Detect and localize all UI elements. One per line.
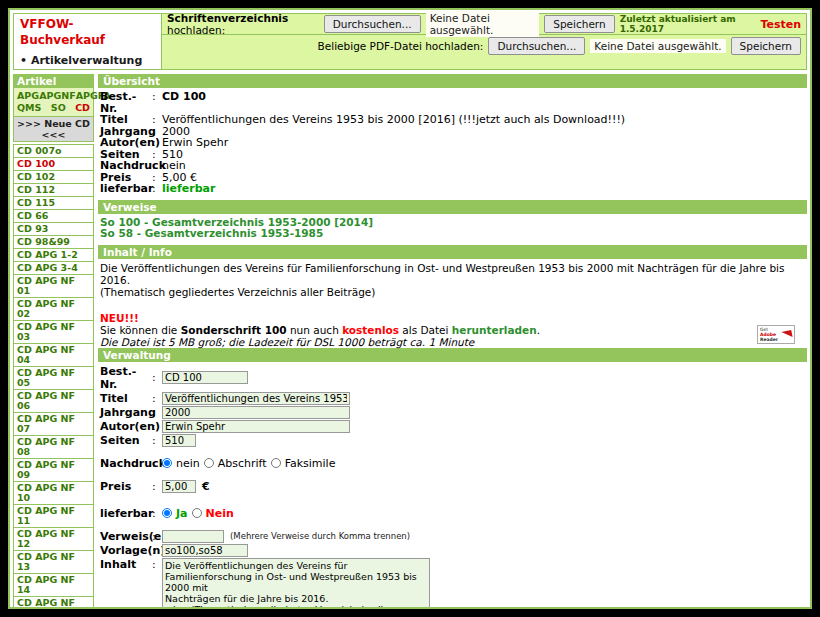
sidebar-item[interactable]: CD APG NF 08 [13, 435, 94, 459]
sidebar-item[interactable]: CD APG NF 01 [13, 274, 94, 298]
field-seiten: Seiten: [98, 434, 807, 447]
sidebar-item[interactable]: CD APG NF 15 [13, 596, 94, 609]
autoren-input[interactable] [162, 420, 350, 433]
overview-row: lieferbar:lieferbar [98, 183, 807, 195]
sidebar-item[interactable]: CD APG 3-4 [13, 261, 94, 275]
new-cd-button[interactable]: >>> Neue CD <<< [13, 117, 94, 142]
content-area: Artikel APGAPGNFAPGFA QMSSOCD >>> Neue C… [10, 74, 810, 609]
radio-ja[interactable] [162, 508, 172, 518]
file-status-text: Keine Datei ausgewählt. [426, 11, 540, 37]
sidebar-item[interactable]: CD 98&99 [13, 235, 94, 249]
seiten-input[interactable] [162, 434, 196, 447]
jahrgang-input[interactable] [162, 406, 350, 419]
browse-pdf-button[interactable]: Durchsuchen... [488, 37, 585, 55]
filter-apg[interactable]: APG [17, 90, 39, 102]
sidebar-item[interactable]: CD 007o [13, 144, 94, 158]
sidebar-item[interactable]: CD APG 1-2 [13, 248, 94, 262]
nachdruck-label: Nachdruck [100, 457, 152, 470]
autoren-label: Autor(en) [100, 420, 152, 433]
verweise-note: (Mehrere Verweise durch Komma trennen) [230, 531, 410, 541]
titel-input[interactable] [162, 392, 350, 405]
sidebar-item[interactable]: CD APG NF 04 [13, 343, 94, 367]
save-upload-button[interactable]: Speichern [544, 15, 614, 33]
overview-row: Titel:Veröffentlichungen des Vereins 195… [98, 114, 807, 126]
nav-artikelverwaltung[interactable]: • Artikelverwaltung [20, 54, 155, 67]
management-section: Verwaltung Best.-Nr.: Titel: Jahrgang: A… [98, 348, 807, 610]
seiten-label: Seiten [100, 434, 152, 447]
info-body: Die Veröffentlichungen des Vereins für F… [98, 262, 807, 348]
overview-row: Best.-Nr.:CD 100 [98, 91, 807, 114]
sidebar-item[interactable]: CD APG NF 07 [13, 412, 94, 436]
sidebar-item[interactable]: CD 115 [13, 196, 94, 210]
filter-qms[interactable]: QMS [17, 102, 41, 114]
sidebar-item[interactable]: CD 102 [13, 170, 94, 184]
bestnr-input[interactable] [162, 371, 248, 384]
sidebar-item[interactable]: CD APG NF 11 [13, 504, 94, 528]
verweise-input[interactable] [162, 530, 224, 543]
radio-abschrift[interactable] [204, 458, 214, 468]
test-link[interactable]: Testen [760, 18, 801, 31]
references-section: Verweise So 100 - Gesamtverzeichnis 1953… [98, 200, 807, 240]
top-bar: VFFOW-Buchverkauf • Artikelverwaltung Sc… [13, 13, 807, 70]
inhalt-label: Inhalt [100, 558, 152, 571]
vorlagen-input[interactable] [162, 544, 248, 557]
info-line-2: (Thematisch gegliedertes Verzeichnis all… [100, 286, 807, 298]
sidebar-item[interactable]: CD APG NF 14 [13, 573, 94, 597]
overview-section: Übersicht Best.-Nr.:CD 100Titel:Veröffen… [98, 74, 807, 195]
management-header: Verwaltung [98, 348, 807, 362]
app-header: VFFOW-Buchverkauf • Artikelverwaltung [14, 14, 162, 69]
file-size-note: Die Datei ist 5 MB groß; die Ladezeit fü… [100, 336, 807, 348]
sidebar-item[interactable]: CD 100 [13, 157, 94, 171]
get-adobe-reader-badge[interactable]: Get AdobeReader [757, 325, 795, 344]
neu-badge: NEU!!! [100, 312, 807, 324]
field-lieferbar: lieferbar: Ja Nein [98, 507, 807, 520]
info-section: Inhalt / Info Die Veröffentlichungen des… [98, 245, 807, 348]
field-jahrgang: Jahrgang: [98, 406, 807, 419]
browse-button[interactable]: Durchsuchen... [324, 15, 421, 33]
sidebar-item[interactable]: CD APG NF 09 [13, 458, 94, 482]
upload-pdf-label: Beliebige PDF-Datei hochladen: [318, 40, 484, 52]
category-filters: APGAPGNFAPGFA QMSSOCD [13, 88, 94, 117]
app-title: VFFOW-Buchverkauf [20, 16, 155, 48]
radio-ja-label: Ja [176, 507, 188, 520]
filter-cd[interactable]: CD [75, 102, 90, 114]
radio-nein[interactable] [162, 458, 172, 468]
upload-label: Schriftenverzeichnis hochladen: [167, 12, 319, 36]
field-titel: Titel: [98, 392, 807, 405]
download-link[interactable]: herunterladen [452, 324, 537, 336]
inhalt-textarea[interactable]: Die Veröffentlichungen des Vereins für F… [162, 558, 430, 610]
download-line: Sie können die Sonderschrift 100 nun auc… [100, 324, 807, 336]
last-updated-text: Zuletzt aktualisiert am 1.5.2017 [620, 14, 756, 34]
overview-row: Autor(en):Erwin Spehr [98, 137, 807, 149]
sidebar-item[interactable]: CD APG NF 02 [13, 297, 94, 321]
radio-faksimile[interactable] [271, 458, 281, 468]
sidebar-item[interactable]: CD 93 [13, 222, 94, 236]
overview-rows: Best.-Nr.:CD 100Titel:Veröffentlichungen… [98, 91, 807, 195]
reference-links: So 100 - Gesamtverzeichnis 1953-2000 [20… [98, 217, 807, 240]
filter-apgnf[interactable]: APGNF [39, 90, 76, 102]
sidebar-item[interactable]: CD APG NF 03 [13, 320, 94, 344]
upload-panel: Schriftenverzeichnis hochladen: Durchsuc… [162, 14, 806, 69]
save-pdf-button[interactable]: Speichern [731, 37, 801, 55]
radio-abschrift-label: Abschrift [218, 457, 267, 470]
reference-link[interactable]: So 58 - Gesamtverzeichnis 1953-1985 [98, 228, 807, 240]
sidebar-item[interactable]: CD APG NF 05 [13, 366, 94, 390]
filter-so[interactable]: SO [51, 102, 66, 114]
preis-label: Preis [100, 480, 152, 493]
field-bestnr: Best.-Nr.: [98, 365, 807, 391]
sidebar-item[interactable]: CD APG NF 12 [13, 527, 94, 551]
preis-input[interactable] [162, 480, 196, 493]
overview-row: Nachdruck:nein [98, 160, 807, 172]
sidebar-item[interactable]: CD APG NF 10 [13, 481, 94, 505]
bullet-icon: • [20, 54, 27, 67]
euro-sign: € [202, 480, 210, 493]
sidebar-item[interactable]: CD APG NF 13 [13, 550, 94, 574]
jahrgang-label: Jahrgang [100, 406, 152, 419]
sidebar-item[interactable]: CD APG NF 06 [13, 389, 94, 413]
sidebar-item[interactable]: CD 112 [13, 183, 94, 197]
field-preis: Preis: € [98, 480, 807, 493]
sidebar-item[interactable]: CD 66 [13, 209, 94, 223]
radio-nein-lieferbar[interactable] [192, 508, 202, 518]
article-list: CD 007oCD 100CD 102CD 112CD 115CD 66CD 9… [13, 144, 94, 609]
field-inhalt: Inhalt: Die Veröffentlichungen des Verei… [98, 558, 807, 610]
